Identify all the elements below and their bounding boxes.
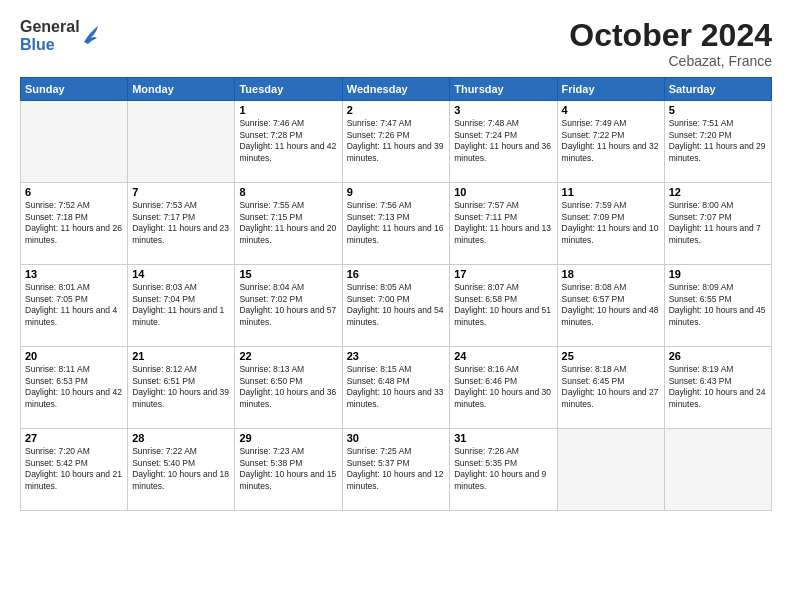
day-number: 20 <box>25 350 123 362</box>
calendar-week-row: 13Sunrise: 8:01 AMSunset: 7:05 PMDayligh… <box>21 265 772 347</box>
day-info: Sunrise: 8:00 AMSunset: 7:07 PMDaylight:… <box>669 200 767 246</box>
day-number: 1 <box>239 104 337 116</box>
day-info: Sunrise: 8:18 AMSunset: 6:45 PMDaylight:… <box>562 364 660 410</box>
day-info: Sunrise: 8:13 AMSunset: 6:50 PMDaylight:… <box>239 364 337 410</box>
calendar-cell: 27Sunrise: 7:20 AMSunset: 5:42 PMDayligh… <box>21 429 128 511</box>
calendar-cell: 1Sunrise: 7:46 AMSunset: 7:28 PMDaylight… <box>235 101 342 183</box>
day-info: Sunrise: 7:23 AMSunset: 5:38 PMDaylight:… <box>239 446 337 492</box>
day-info: Sunrise: 7:51 AMSunset: 7:20 PMDaylight:… <box>669 118 767 164</box>
day-number: 30 <box>347 432 445 444</box>
day-info: Sunrise: 7:59 AMSunset: 7:09 PMDaylight:… <box>562 200 660 246</box>
page: General Blue October 2024 Cebazat, Franc… <box>0 0 792 612</box>
day-number: 26 <box>669 350 767 362</box>
calendar-cell: 17Sunrise: 8:07 AMSunset: 6:58 PMDayligh… <box>450 265 557 347</box>
day-info: Sunrise: 7:47 AMSunset: 7:26 PMDaylight:… <box>347 118 445 164</box>
day-info: Sunrise: 8:08 AMSunset: 6:57 PMDaylight:… <box>562 282 660 328</box>
day-info: Sunrise: 8:16 AMSunset: 6:46 PMDaylight:… <box>454 364 552 410</box>
day-number: 29 <box>239 432 337 444</box>
header-row: Sunday Monday Tuesday Wednesday Thursday… <box>21 78 772 101</box>
col-friday: Friday <box>557 78 664 101</box>
day-info: Sunrise: 8:12 AMSunset: 6:51 PMDaylight:… <box>132 364 230 410</box>
day-info: Sunrise: 7:26 AMSunset: 5:35 PMDaylight:… <box>454 446 552 492</box>
calendar-week-row: 27Sunrise: 7:20 AMSunset: 5:42 PMDayligh… <box>21 429 772 511</box>
calendar-header: Sunday Monday Tuesday Wednesday Thursday… <box>21 78 772 101</box>
day-number: 19 <box>669 268 767 280</box>
calendar-cell: 13Sunrise: 8:01 AMSunset: 7:05 PMDayligh… <box>21 265 128 347</box>
day-info: Sunrise: 8:01 AMSunset: 7:05 PMDaylight:… <box>25 282 123 328</box>
calendar-cell: 9Sunrise: 7:56 AMSunset: 7:13 PMDaylight… <box>342 183 449 265</box>
calendar-cell: 16Sunrise: 8:05 AMSunset: 7:00 PMDayligh… <box>342 265 449 347</box>
calendar-cell: 4Sunrise: 7:49 AMSunset: 7:22 PMDaylight… <box>557 101 664 183</box>
day-number: 7 <box>132 186 230 198</box>
calendar-table: Sunday Monday Tuesday Wednesday Thursday… <box>20 77 772 511</box>
calendar-cell: 11Sunrise: 7:59 AMSunset: 7:09 PMDayligh… <box>557 183 664 265</box>
day-number: 16 <box>347 268 445 280</box>
calendar-body: 1Sunrise: 7:46 AMSunset: 7:28 PMDaylight… <box>21 101 772 511</box>
day-number: 4 <box>562 104 660 116</box>
calendar-cell: 5Sunrise: 7:51 AMSunset: 7:20 PMDaylight… <box>664 101 771 183</box>
calendar-cell: 12Sunrise: 8:00 AMSunset: 7:07 PMDayligh… <box>664 183 771 265</box>
calendar-cell: 24Sunrise: 8:16 AMSunset: 6:46 PMDayligh… <box>450 347 557 429</box>
calendar-cell: 20Sunrise: 8:11 AMSunset: 6:53 PMDayligh… <box>21 347 128 429</box>
calendar-week-row: 20Sunrise: 8:11 AMSunset: 6:53 PMDayligh… <box>21 347 772 429</box>
logo-blue: Blue <box>20 36 80 54</box>
day-info: Sunrise: 8:11 AMSunset: 6:53 PMDaylight:… <box>25 364 123 410</box>
day-number: 13 <box>25 268 123 280</box>
calendar-cell: 3Sunrise: 7:48 AMSunset: 7:24 PMDaylight… <box>450 101 557 183</box>
calendar-cell: 7Sunrise: 7:53 AMSunset: 7:17 PMDaylight… <box>128 183 235 265</box>
day-number: 23 <box>347 350 445 362</box>
day-number: 27 <box>25 432 123 444</box>
day-number: 22 <box>239 350 337 362</box>
day-number: 5 <box>669 104 767 116</box>
location: Cebazat, France <box>569 53 772 69</box>
day-number: 21 <box>132 350 230 362</box>
day-info: Sunrise: 7:56 AMSunset: 7:13 PMDaylight:… <box>347 200 445 246</box>
day-info: Sunrise: 8:09 AMSunset: 6:55 PMDaylight:… <box>669 282 767 328</box>
calendar-cell: 22Sunrise: 8:13 AMSunset: 6:50 PMDayligh… <box>235 347 342 429</box>
day-number: 24 <box>454 350 552 362</box>
calendar-cell: 6Sunrise: 7:52 AMSunset: 7:18 PMDaylight… <box>21 183 128 265</box>
calendar-cell: 23Sunrise: 8:15 AMSunset: 6:48 PMDayligh… <box>342 347 449 429</box>
day-number: 10 <box>454 186 552 198</box>
day-number: 25 <box>562 350 660 362</box>
day-info: Sunrise: 7:46 AMSunset: 7:28 PMDaylight:… <box>239 118 337 164</box>
logo-bird-icon <box>82 24 100 46</box>
calendar-cell <box>557 429 664 511</box>
calendar-cell: 21Sunrise: 8:12 AMSunset: 6:51 PMDayligh… <box>128 347 235 429</box>
day-info: Sunrise: 7:20 AMSunset: 5:42 PMDaylight:… <box>25 446 123 492</box>
day-info: Sunrise: 7:22 AMSunset: 5:40 PMDaylight:… <box>132 446 230 492</box>
calendar-cell: 14Sunrise: 8:03 AMSunset: 7:04 PMDayligh… <box>128 265 235 347</box>
col-tuesday: Tuesday <box>235 78 342 101</box>
col-saturday: Saturday <box>664 78 771 101</box>
day-number: 28 <box>132 432 230 444</box>
calendar-cell <box>21 101 128 183</box>
day-info: Sunrise: 8:19 AMSunset: 6:43 PMDaylight:… <box>669 364 767 410</box>
col-monday: Monday <box>128 78 235 101</box>
day-number: 17 <box>454 268 552 280</box>
day-info: Sunrise: 8:05 AMSunset: 7:00 PMDaylight:… <box>347 282 445 328</box>
calendar-cell <box>128 101 235 183</box>
calendar-cell <box>664 429 771 511</box>
calendar-cell: 28Sunrise: 7:22 AMSunset: 5:40 PMDayligh… <box>128 429 235 511</box>
day-info: Sunrise: 7:25 AMSunset: 5:37 PMDaylight:… <box>347 446 445 492</box>
calendar-cell: 25Sunrise: 8:18 AMSunset: 6:45 PMDayligh… <box>557 347 664 429</box>
day-number: 11 <box>562 186 660 198</box>
day-info: Sunrise: 7:55 AMSunset: 7:15 PMDaylight:… <box>239 200 337 246</box>
month-title: October 2024 <box>569 18 772 53</box>
calendar-cell: 30Sunrise: 7:25 AMSunset: 5:37 PMDayligh… <box>342 429 449 511</box>
logo: General Blue <box>20 18 100 53</box>
day-info: Sunrise: 7:53 AMSunset: 7:17 PMDaylight:… <box>132 200 230 246</box>
calendar-cell: 29Sunrise: 7:23 AMSunset: 5:38 PMDayligh… <box>235 429 342 511</box>
day-info: Sunrise: 8:03 AMSunset: 7:04 PMDaylight:… <box>132 282 230 328</box>
col-sunday: Sunday <box>21 78 128 101</box>
day-info: Sunrise: 8:04 AMSunset: 7:02 PMDaylight:… <box>239 282 337 328</box>
calendar-week-row: 6Sunrise: 7:52 AMSunset: 7:18 PMDaylight… <box>21 183 772 265</box>
logo-text: General Blue <box>20 18 80 53</box>
day-number: 18 <box>562 268 660 280</box>
day-info: Sunrise: 8:07 AMSunset: 6:58 PMDaylight:… <box>454 282 552 328</box>
day-number: 14 <box>132 268 230 280</box>
day-number: 8 <box>239 186 337 198</box>
calendar-cell: 10Sunrise: 7:57 AMSunset: 7:11 PMDayligh… <box>450 183 557 265</box>
calendar-week-row: 1Sunrise: 7:46 AMSunset: 7:28 PMDaylight… <box>21 101 772 183</box>
day-info: Sunrise: 7:48 AMSunset: 7:24 PMDaylight:… <box>454 118 552 164</box>
